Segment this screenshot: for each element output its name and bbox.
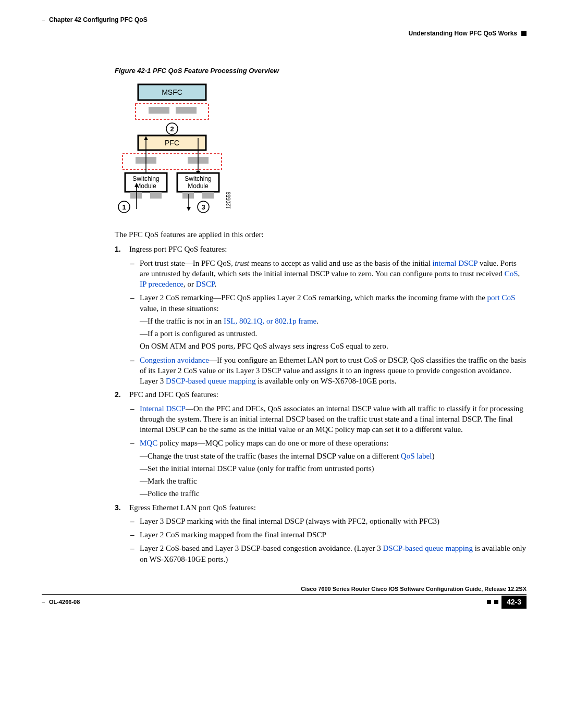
link-internal-dscp-2[interactable]: Internal DSCP [140, 404, 186, 413]
item-1: 1. Ingress port PFC QoS features: Port t… [115, 244, 527, 386]
svg-text:Switching: Switching [185, 175, 211, 182]
figure-caption: Figure 42-1 PFC QoS Feature Processing O… [115, 66, 527, 76]
footer-marker-icon-2 [494, 600, 498, 604]
section-header: Understanding How PFC QoS Works [42, 29, 527, 38]
svg-text:2: 2 [170, 125, 174, 133]
svg-text:120559: 120559 [226, 191, 231, 209]
footer-marker-icon [487, 600, 491, 604]
svg-text:Switching: Switching [132, 175, 159, 182]
svg-rect-2 [136, 104, 209, 119]
svg-text:Module: Module [188, 182, 209, 190]
link-port-cos[interactable]: port CoS [487, 293, 516, 302]
em-police: Police the traffic [140, 488, 527, 499]
link-dscp-queue-mapping-1[interactable]: DSCP-based queue mapping [166, 377, 255, 385]
svg-rect-3 [149, 107, 169, 114]
link-congestion-avoidance[interactable]: Congestion avoidance [140, 356, 209, 364]
svg-text:MSFC: MSFC [162, 88, 182, 96]
svg-text:3: 3 [201, 203, 205, 211]
footer-doc-id: OL-4266-08 [49, 598, 80, 606]
em-mark: Mark the traffic [140, 476, 527, 486]
item-1-trust: Port trust state—In PFC QoS, trust means… [130, 258, 527, 290]
item-3c: Layer 2 CoS-based and Layer 3 DSCP-based… [130, 543, 527, 564]
link-ip-precedence[interactable]: IP precedence [140, 280, 183, 288]
item-1-congestion: Congestion avoidance—If you configure an… [130, 355, 527, 387]
item-2: 2. PFC and DFC QoS features: Internal DS… [115, 389, 527, 499]
svg-marker-29 [187, 207, 191, 211]
em-isl: If the traffic is not in an ISL, 802.1Q,… [140, 316, 527, 326]
item-3: 3. Egress Ethernet LAN port QoS features… [115, 502, 527, 564]
chapter-label: Chapter 42 Configuring PFC QoS [49, 16, 148, 24]
header-marker-icon [521, 31, 527, 36]
link-qos-label[interactable]: QoS label [401, 452, 432, 460]
link-dscp-queue-mapping-2[interactable]: DSCP-based queue mapping [383, 544, 473, 552]
item-2-internal-dscp: Internal DSCP—On the PFC and DFCs, QoS a… [130, 403, 527, 435]
link-internal-dscp[interactable]: internal DSCP [433, 259, 478, 267]
link-mqc[interactable]: MQC [140, 439, 157, 447]
svg-rect-19 [130, 192, 142, 199]
link-dscp[interactable]: DSCP [196, 280, 215, 288]
svg-rect-24 [182, 192, 194, 199]
em-untrusted: If a port is configured as untrusted. [140, 328, 527, 339]
svg-text:Module: Module [136, 182, 156, 190]
page-header: Chapter 42 Configuring PFC QoS [42, 16, 527, 24]
item-3a: Layer 3 DSCP marking with the final inte… [130, 516, 527, 526]
osm-note: On OSM ATM and POS ports, PFC QoS always… [140, 341, 527, 351]
svg-rect-4 [176, 107, 197, 114]
svg-text:1: 1 [122, 203, 126, 211]
svg-rect-25 [202, 192, 214, 199]
svg-rect-20 [150, 192, 162, 199]
em-change-trust: Change the trust state of the traffic (b… [140, 451, 527, 461]
item-2-mqc: MQC policy maps—MQC policy maps can do o… [130, 438, 527, 499]
figure-diagram: MSFC 2 PFC Switching Module Switching Mo… [115, 82, 527, 220]
item-3b: Layer 2 CoS marking mapped from the fina… [130, 529, 527, 540]
page-footer: Cisco 7600 Series Router Cisco IOS Softw… [42, 585, 527, 609]
body-content: The PFC QoS features are applied in this… [115, 229, 527, 564]
em-set-dscp: Set the initial internal DSCP value (onl… [140, 463, 527, 474]
link-isl-frame[interactable]: ISL, 802.1Q, or 802.1p frame [224, 317, 316, 325]
intro-line: The PFC QoS features are applied in this… [115, 229, 527, 240]
page-number: 42-3 [501, 596, 527, 609]
link-cos[interactable]: CoS [505, 269, 518, 278]
footer-guide: Cisco 7600 Series Router Cisco IOS Softw… [42, 585, 527, 595]
item-1-remark: Layer 2 CoS remarking—PFC QoS applies La… [130, 292, 527, 351]
section-title: Understanding How PFC QoS Works [409, 29, 517, 38]
svg-text:PFC: PFC [165, 139, 179, 147]
